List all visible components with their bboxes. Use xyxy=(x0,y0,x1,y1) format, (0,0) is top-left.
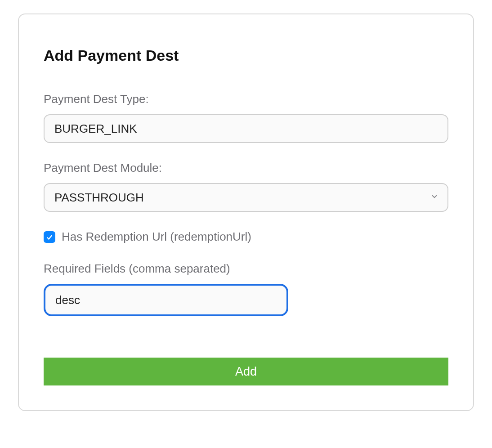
card-title: Add Payment Dest xyxy=(44,47,448,64)
has-redemption-url-row: Has Redemption Url (redemptionUrl) xyxy=(44,230,448,244)
add-button[interactable]: Add xyxy=(44,358,448,385)
payment-dest-type-group: Payment Dest Type: xyxy=(44,92,448,143)
payment-dest-module-select[interactable]: PASSTHROUGH xyxy=(44,183,448,212)
payment-dest-type-label: Payment Dest Type: xyxy=(44,92,448,106)
payment-dest-module-label: Payment Dest Module: xyxy=(44,161,448,175)
checkmark-icon xyxy=(45,233,54,241)
required-fields-group: Required Fields (comma separated) xyxy=(44,262,448,316)
required-fields-label: Required Fields (comma separated) xyxy=(44,262,448,276)
payment-dest-type-input[interactable] xyxy=(44,114,448,143)
has-redemption-url-checkbox[interactable] xyxy=(44,231,55,243)
add-payment-dest-card: Add Payment Dest Payment Dest Type: Paym… xyxy=(18,13,474,411)
has-redemption-url-label: Has Redemption Url (redemptionUrl) xyxy=(62,230,251,244)
required-fields-input[interactable] xyxy=(44,284,288,316)
payment-dest-module-select-wrap: PASSTHROUGH xyxy=(44,183,448,212)
payment-dest-module-group: Payment Dest Module: PASSTHROUGH xyxy=(44,161,448,212)
